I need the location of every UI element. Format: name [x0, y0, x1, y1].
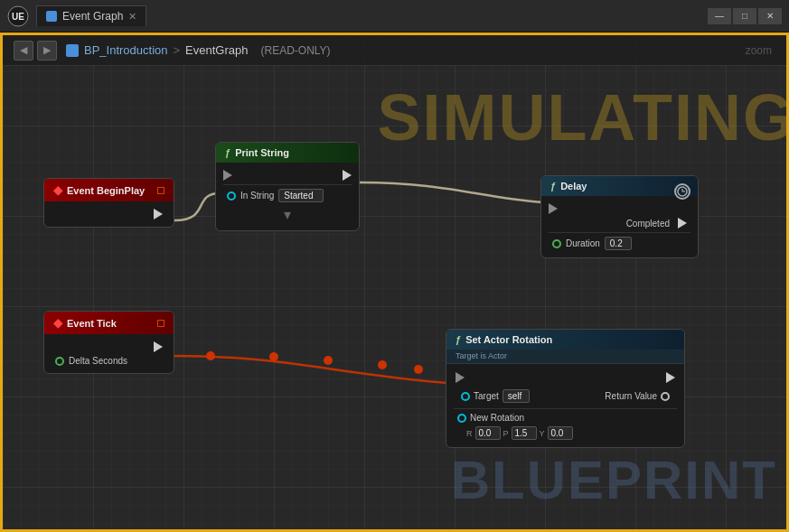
node-title: Event Tick	[67, 318, 117, 329]
title-bar: UE Event Graph ✕ — □ ✕	[0, 0, 789, 33]
exec-out-pin	[154, 209, 163, 219]
rotation-values-row: R 0.0 P 1.5 Y 0.0	[454, 425, 677, 442]
breadcrumb-project[interactable]: BP_Introduction	[84, 43, 168, 57]
in-string-pin-row: In String Started	[223, 187, 352, 204]
duration-value[interactable]: 0.2	[605, 237, 632, 250]
set-actor-rotation-node[interactable]: ƒ Set Actor Rotation Target is Actor Tar…	[446, 329, 685, 448]
rot-p-label: P	[503, 429, 509, 438]
nav-arrows: ◀ ▶	[14, 41, 57, 61]
exec-in-pin	[549, 203, 558, 214]
target-value[interactable]: self	[503, 389, 530, 403]
target-pin	[461, 392, 470, 401]
svg-text:UE: UE	[12, 12, 24, 22]
divider	[549, 232, 690, 233]
node-options[interactable]	[157, 320, 164, 327]
event-begin-play-node[interactable]: ◆ Event BeginPlay	[43, 178, 174, 228]
return-pin-row: Return Value	[601, 389, 673, 403]
exec-in-pin	[223, 170, 232, 181]
zoom-label: zoom	[746, 44, 772, 57]
event-graph-tab[interactable]: Event Graph ✕	[36, 5, 146, 26]
tab-close-icon[interactable]: ✕	[128, 11, 136, 23]
in-string-label: In String	[240, 191, 274, 201]
subheader-text: Target is Actor	[456, 351, 507, 360]
node-header: ƒ Print String	[216, 143, 359, 163]
return-pin	[661, 392, 670, 401]
duration-label: Duration	[566, 238, 600, 248]
window-controls: — □ ✕	[708, 8, 782, 24]
tab-blueprint-icon	[46, 11, 57, 22]
completed-pin-row: Completed	[549, 216, 690, 230]
expand-icon[interactable]: ▾	[223, 204, 352, 225]
node-header: ƒ Delay	[541, 176, 698, 196]
new-rotation-label: New Rotation	[470, 413, 524, 423]
print-string-node[interactable]: ƒ Print String In String Started ▾	[215, 142, 360, 231]
breadcrumb-graph: EventGraph	[185, 43, 248, 57]
node-title: Delay	[560, 181, 587, 191]
node-title: Print String	[235, 147, 289, 158]
in-string-pin	[227, 191, 236, 201]
back-arrow[interactable]: ◀	[14, 41, 33, 61]
node-title: Event BeginPlay	[67, 185, 145, 196]
rot-y-value[interactable]: 0.0	[548, 426, 573, 440]
exec-in-pin	[456, 372, 465, 383]
rot-r-value[interactable]: 0.0	[475, 426, 501, 440]
breadcrumb-sep1: >	[174, 43, 181, 57]
node-body: Target self Return Value New Rotation R …	[446, 364, 684, 447]
maximize-button[interactable]: □	[733, 8, 756, 24]
tab-label: Event Graph	[62, 10, 123, 23]
node-body	[44, 201, 174, 227]
delta-pin	[55, 357, 64, 366]
blueprint-watermark: BLUEPRINT	[451, 449, 777, 511]
delta-label: Delta Seconds	[69, 356, 127, 366]
rot-y-label: Y	[540, 429, 545, 438]
node-header: ◆ Event BeginPlay	[44, 179, 174, 201]
canvas-toolbar: ◀ ▶ BP_Introduction > EventGraph (READ-O…	[3, 35, 786, 66]
event-tick-node[interactable]: ◆ Event Tick Delta Seconds	[43, 311, 174, 374]
node-header: ƒ Set Actor Rotation	[446, 330, 684, 350]
node-header: ◆ Event Tick	[44, 312, 174, 334]
duration-pin-row: Duration 0.2	[549, 235, 690, 252]
exec-out-pin-row	[52, 207, 166, 221]
simulating-watermark: SIMULATING	[377, 80, 789, 154]
node-body: Delta Seconds	[44, 334, 174, 373]
close-button[interactable]: ✕	[758, 8, 782, 24]
delay-node[interactable]: ƒ Delay Completed Duratio	[540, 175, 699, 258]
exec-out-pin	[154, 341, 163, 352]
target-pin-row: Target self	[457, 387, 533, 405]
node-options[interactable]	[157, 187, 164, 194]
rotation-pin	[457, 414, 466, 423]
return-label: Return Value	[605, 391, 657, 401]
exec-out-pin	[666, 372, 675, 383]
divider	[454, 408, 677, 409]
clock-icon	[674, 183, 690, 200]
blueprint-canvas[interactable]: ◀ ▶ BP_Introduction > EventGraph (READ-O…	[0, 33, 789, 532]
breadcrumb: BP_Introduction > EventGraph (READ-ONLY)	[66, 43, 331, 57]
breadcrumb-blueprint-icon	[66, 44, 79, 57]
duration-pin	[552, 239, 561, 248]
completed-pin	[678, 218, 687, 229]
rot-p-value[interactable]: 1.5	[512, 426, 537, 440]
delta-pin-row: Delta Seconds	[52, 354, 166, 368]
node-body: In String Started ▾	[216, 163, 359, 230]
readonly-label: (READ-ONLY)	[260, 44, 330, 57]
string-value[interactable]: Started	[278, 189, 324, 202]
divider	[223, 184, 352, 185]
new-rotation-pin-row: New Rotation	[454, 411, 677, 425]
forward-arrow[interactable]: ▶	[37, 41, 57, 61]
exec-out-pin	[343, 170, 352, 181]
minimize-button[interactable]: —	[708, 8, 731, 24]
rot-r-label: R	[466, 429, 473, 438]
completed-label: Completed	[626, 219, 670, 229]
exec-out-pin-row	[52, 340, 166, 354]
node-subheader: Target is Actor	[446, 350, 684, 364]
ue-logo: UE	[7, 5, 29, 27]
node-body: Completed Duration 0.2	[541, 196, 698, 257]
target-label: Target	[474, 391, 499, 401]
node-title: Set Actor Rotation	[465, 334, 552, 345]
